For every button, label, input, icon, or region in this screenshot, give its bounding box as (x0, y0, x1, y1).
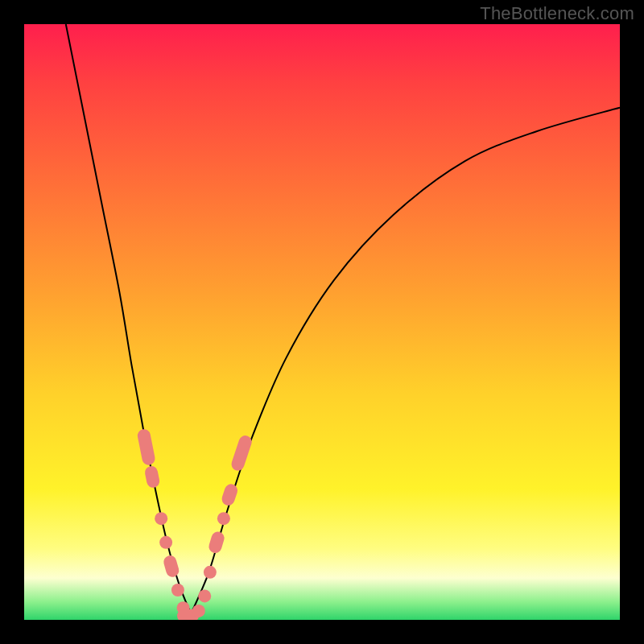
chart-frame: TheBottleneck.com (0, 0, 644, 644)
bead-dot (155, 512, 167, 525)
bead-pill (207, 530, 225, 555)
bead-pill (136, 428, 156, 466)
bead-dot (198, 589, 211, 602)
bead-dot (204, 566, 217, 579)
bead-dot (171, 584, 184, 597)
left-curve (66, 24, 191, 614)
curve-layer (24, 24, 620, 620)
bead-dot (192, 605, 205, 617)
bead-pill (220, 482, 239, 507)
bead-dot (217, 512, 230, 525)
bead-pill (162, 554, 180, 578)
plot-area (24, 24, 620, 620)
bead-dot (159, 536, 172, 549)
right-curve (191, 108, 620, 614)
curve-beads (136, 428, 253, 620)
watermark-text: TheBottleneck.com (480, 3, 634, 24)
bead-pill (144, 465, 161, 489)
bead-pill (229, 434, 253, 473)
